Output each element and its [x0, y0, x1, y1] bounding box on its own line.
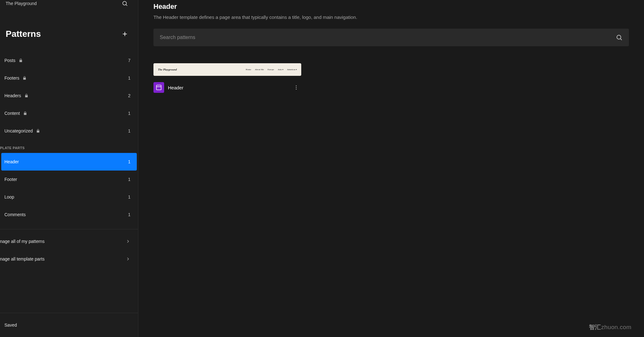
svg-point-4 [617, 35, 621, 39]
pattern-categories: Posts 7 Footers 1 Headers 2 Content [0, 43, 138, 140]
svg-point-10 [296, 89, 297, 89]
plus-icon [121, 31, 128, 37]
sidebar-item-count: 1 [128, 128, 130, 133]
sidebar-item-count: 1 [128, 194, 130, 199]
lock-icon [19, 58, 23, 63]
pattern-search[interactable] [153, 29, 629, 46]
divider [0, 229, 138, 229]
template-parts-group: PLATE PARTS Header 1 Footer 1 Loop 1 Com… [0, 140, 138, 223]
sidebar-item-count: 2 [128, 93, 130, 98]
manage-template-parts-link[interactable]: nage all template parts [0, 250, 138, 268]
lock-icon [36, 129, 40, 133]
preview-nav-item: Asia [278, 68, 283, 71]
page-title: Header [153, 3, 629, 11]
sidebar-item-count: 1 [128, 212, 130, 217]
chevron-right-icon [125, 239, 130, 244]
sidebar-item-label: Content [4, 111, 20, 116]
sidebar-heading: Patterns [6, 29, 41, 39]
sidebar-item-label: Footers [4, 76, 19, 81]
sidebar-item-label: Headers [4, 93, 21, 98]
sidebar-item-label: Uncategorized [4, 128, 33, 133]
pattern-card[interactable]: The Playground Home About Me Europe Asia… [153, 63, 301, 93]
pattern-name: Header [168, 85, 183, 90]
sidebar-item-label: Posts [4, 58, 15, 63]
template-parts-heading: PLATE PARTS [0, 146, 138, 153]
lock-icon [23, 111, 27, 115]
page-subtitle: The Header template defines a page area … [153, 14, 629, 20]
pattern-actions-button[interactable] [291, 82, 301, 93]
chevron-right-icon [125, 256, 130, 261]
sidebar-item-count: 1 [128, 111, 130, 116]
main-content: Header The Header template defines a pag… [138, 0, 644, 337]
preview-nav: Home About Me Europe Asia Americas [246, 68, 297, 71]
sidebar-item-count: 1 [128, 159, 130, 164]
sidebar-item-header[interactable]: Header 1 [1, 153, 137, 171]
sidebar-item-content[interactable]: Content 1 [0, 104, 138, 122]
add-pattern-button[interactable] [119, 28, 130, 40]
preview-nav-item: About Me [255, 68, 264, 71]
sidebar-item-loop[interactable]: Loop 1 [0, 188, 138, 206]
preview-nav-item: Europe [268, 68, 274, 71]
pattern-preview: The Playground Home About Me Europe Asia… [153, 63, 301, 76]
sidebar-link-label: nage all template parts [0, 256, 45, 261]
sidebar-item-posts[interactable]: Posts 7 [0, 52, 138, 69]
sidebar-item-count: 1 [128, 177, 130, 182]
sidebar-item-uncategorized[interactable]: Uncategorized 1 [0, 122, 138, 140]
sidebar-item-count: 7 [128, 58, 130, 63]
sidebar-item-count: 1 [128, 76, 130, 81]
svg-point-8 [296, 86, 297, 86]
sidebar-item-headers[interactable]: Headers 2 [0, 87, 138, 104]
watermark: 智汇zhuon.com [589, 323, 631, 331]
sidebar-item-footer[interactable]: Footer 1 [0, 171, 138, 188]
svg-point-0 [123, 1, 126, 5]
sidebar-item-label: Footer [4, 177, 17, 182]
sidebar-item-label: Comments [4, 212, 26, 217]
search-icon [616, 34, 623, 41]
saved-status: Saved [0, 313, 138, 337]
sidebar-item-footers[interactable]: Footers 1 [0, 69, 138, 87]
preview-nav-item: Americas [287, 68, 297, 71]
preview-site-title: The Playground [158, 68, 177, 71]
sidebar-item-label: Header [4, 159, 19, 164]
template-part-icon [153, 82, 164, 93]
sidebar: The Playground Patterns Posts 7 Footers [0, 0, 138, 337]
svg-point-9 [296, 87, 297, 88]
manage-patterns-link[interactable]: nage all of my patterns [0, 233, 138, 250]
search-input[interactable] [160, 35, 616, 40]
open-search-button[interactable] [119, 0, 130, 9]
svg-line-1 [126, 5, 127, 6]
lock-icon [22, 76, 27, 80]
search-icon [122, 0, 128, 7]
more-vertical-icon [293, 85, 299, 90]
lock-icon [24, 93, 29, 98]
sidebar-link-label: nage all of my patterns [0, 239, 45, 244]
preview-nav-item: Home [246, 68, 251, 71]
sidebar-item-comments[interactable]: Comments 1 [0, 206, 138, 223]
svg-rect-6 [157, 85, 161, 90]
site-title: The Playground [6, 1, 37, 6]
sidebar-item-label: Loop [4, 194, 14, 199]
svg-line-5 [620, 39, 622, 40]
